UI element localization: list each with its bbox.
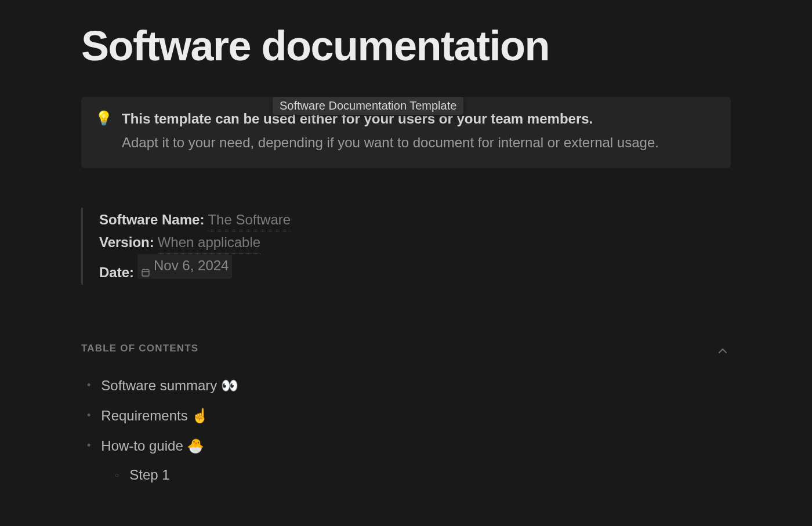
bullet-icon: • bbox=[87, 379, 90, 391]
software-name-value[interactable]: The Software bbox=[208, 209, 291, 231]
date-value: Nov 6, 2024 bbox=[154, 255, 229, 277]
toc-item-label: How-to guide 🐣 bbox=[101, 438, 204, 454]
callout-body: This template can be used either for you… bbox=[122, 108, 715, 154]
date-chip[interactable]: Nov 6, 2024 bbox=[137, 254, 232, 278]
toc-subitem-label: Step 1 bbox=[129, 467, 169, 483]
toc-item-label: Software summary 👀 bbox=[101, 378, 238, 394]
meta-row-software-name: Software Name: The Software bbox=[99, 209, 731, 231]
lightbulb-icon: 💡 bbox=[95, 108, 113, 154]
callout-body-text: Adapt it to your need, depending if you … bbox=[122, 132, 715, 154]
callout-block: Software Documentation Template 💡 This t… bbox=[81, 97, 731, 168]
meta-row-date: Date: Nov 6, 2024 bbox=[99, 254, 731, 284]
meta-block: Software Name: The Software Version: Whe… bbox=[81, 208, 731, 285]
date-label: Date: bbox=[99, 262, 134, 284]
svg-rect-0 bbox=[142, 270, 149, 276]
version-value[interactable]: When applicable bbox=[158, 231, 260, 254]
toc-list: • Software summary 👀 • Requirements ☝️ •… bbox=[81, 371, 731, 489]
software-name-label: Software Name: bbox=[99, 209, 204, 231]
toc-item-requirements[interactable]: • Requirements ☝️ bbox=[87, 401, 731, 431]
toc-sublist: ○ Step 1 bbox=[87, 461, 731, 489]
toc-subitem-step-1[interactable]: ○ Step 1 bbox=[115, 461, 731, 489]
meta-row-version: Version: When applicable bbox=[99, 231, 731, 254]
version-label: Version: bbox=[99, 231, 154, 253]
page-title: Software documentation bbox=[81, 23, 731, 69]
bullet-icon: ○ bbox=[115, 471, 119, 479]
calendar-icon bbox=[141, 262, 150, 271]
page-container: Software documentation Software Document… bbox=[0, 0, 812, 489]
tooltip: Software Documentation Template bbox=[273, 97, 463, 115]
toc-collapse-button[interactable] bbox=[713, 342, 732, 362]
toc-item-how-to-guide[interactable]: • How-to guide 🐣 bbox=[87, 431, 731, 461]
toc-heading: TABLE OF CONTENTS bbox=[81, 343, 731, 354]
chevron-up-icon bbox=[716, 344, 730, 358]
toc-item-label: Requirements ☝️ bbox=[101, 408, 209, 424]
bullet-icon: • bbox=[87, 409, 90, 422]
toc-item-software-summary[interactable]: • Software summary 👀 bbox=[87, 371, 731, 401]
bullet-icon: • bbox=[87, 440, 90, 452]
toc-section: TABLE OF CONTENTS • Software summary 👀 •… bbox=[81, 343, 731, 489]
